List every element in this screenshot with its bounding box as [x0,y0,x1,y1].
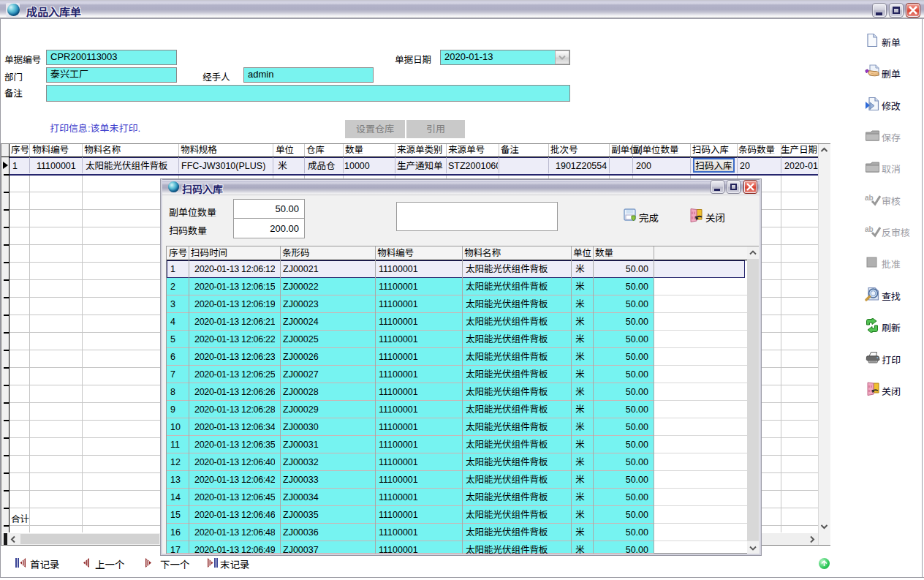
svg-text:ab: ab [865,194,874,202]
svg-text:ab: ab [865,225,874,233]
